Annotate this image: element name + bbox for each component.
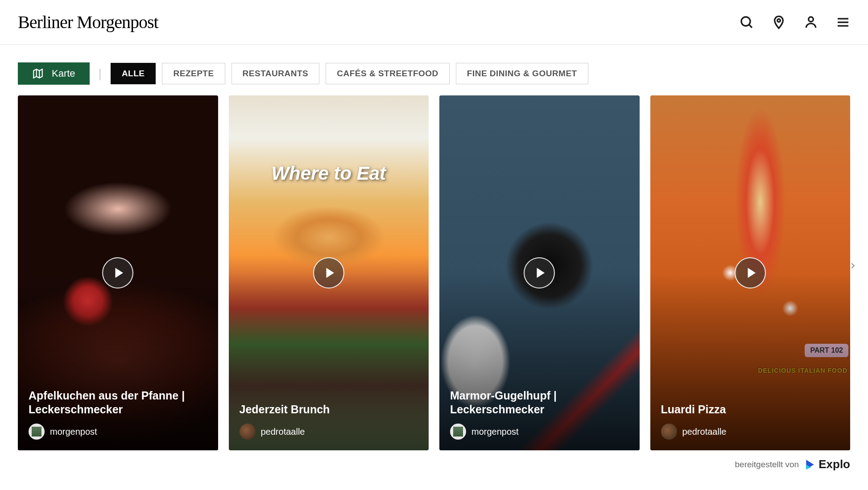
explo-logo-text: Explo bbox=[818, 457, 850, 471]
play-icon bbox=[744, 266, 758, 280]
video-card[interactable]: Apfelkuchen aus der Pfanne | Leckerschme… bbox=[18, 95, 218, 450]
content-area: Karte | ALLEREZEPTERESTAURANTSCAFÉS & ST… bbox=[0, 45, 868, 489]
filter-tab[interactable]: ALLE bbox=[111, 63, 156, 84]
author-avatar bbox=[29, 424, 45, 440]
author-avatar bbox=[450, 424, 466, 440]
author-name: pedrotaalle bbox=[261, 427, 305, 437]
author-name: morgenpost bbox=[50, 427, 97, 437]
filter-tabs: ALLEREZEPTERESTAURANTSCAFÉS & STREETFOOD… bbox=[111, 63, 588, 84]
video-card[interactable]: Marmor-Gugelhupf | Leckerschmeckermorgen… bbox=[439, 95, 640, 450]
video-card[interactable]: Where to EatJederzeit Brunchpedrotaalle bbox=[229, 95, 429, 450]
svg-point-3 bbox=[809, 17, 814, 22]
filter-bar: Karte | ALLEREZEPTERESTAURANTSCAFÉS & ST… bbox=[18, 62, 850, 85]
video-author[interactable]: morgenpost bbox=[450, 424, 629, 440]
filter-tab[interactable]: CAFÉS & STREETFOOD bbox=[326, 63, 450, 84]
video-author[interactable]: pedrotaalle bbox=[661, 424, 840, 440]
map-button[interactable]: Karte bbox=[18, 62, 90, 85]
author-name: pedrotaalle bbox=[682, 427, 727, 437]
filter-tab[interactable]: RESTAURANTS bbox=[231, 63, 320, 84]
site-logo[interactable]: Berliner Morgenpost bbox=[18, 12, 158, 33]
svg-marker-7 bbox=[33, 69, 42, 78]
author-avatar bbox=[240, 424, 256, 440]
video-info: Jederzeit Brunchpedrotaalle bbox=[229, 392, 429, 450]
play-button[interactable] bbox=[102, 257, 133, 288]
site-header: Berliner Morgenpost bbox=[0, 0, 868, 45]
credit-text: bereitgestellt von bbox=[735, 460, 799, 469]
filter-tab[interactable]: REZEPTE bbox=[162, 63, 225, 84]
map-button-label: Karte bbox=[52, 68, 75, 79]
next-arrow-button[interactable] bbox=[847, 259, 859, 272]
location-icon[interactable] bbox=[772, 15, 786, 29]
video-info: Marmor-Gugelhupf | Leckerschmeckermorgen… bbox=[439, 378, 640, 451]
video-title: Apfelkuchen aus der Pfanne | Leckerschme… bbox=[29, 389, 207, 417]
video-info: Apfelkuchen aus der Pfanne | Leckerschme… bbox=[18, 378, 218, 451]
video-title: Luardi Pizza bbox=[661, 403, 840, 416]
play-button[interactable] bbox=[524, 257, 555, 288]
svg-point-2 bbox=[777, 19, 781, 22]
search-icon[interactable] bbox=[740, 15, 754, 29]
map-icon bbox=[32, 68, 44, 79]
play-icon bbox=[533, 266, 547, 280]
video-author[interactable]: morgenpost bbox=[29, 424, 207, 440]
explo-logo[interactable]: Explo bbox=[804, 457, 850, 471]
video-grid: Apfelkuchen aus der Pfanne | Leckerschme… bbox=[18, 95, 850, 450]
play-button[interactable] bbox=[313, 257, 344, 288]
footer-credit: bereitgestellt von Explo bbox=[18, 457, 850, 471]
filter-tab[interactable]: FINE DINING & GOURMET bbox=[456, 63, 588, 84]
header-actions bbox=[740, 15, 850, 29]
video-card[interactable]: PART 102DELICIOUS ITALIAN FOODLuardi Piz… bbox=[650, 95, 851, 450]
video-title: Jederzeit Brunch bbox=[240, 403, 418, 416]
video-author[interactable]: pedrotaalle bbox=[240, 424, 418, 440]
filter-divider: | bbox=[99, 66, 102, 81]
video-info: Luardi Pizzapedrotaalle bbox=[650, 392, 851, 450]
play-icon bbox=[323, 266, 336, 280]
video-title: Marmor-Gugelhupf | Leckerschmecker bbox=[450, 389, 629, 417]
svg-point-0 bbox=[741, 17, 750, 26]
user-icon[interactable] bbox=[804, 15, 818, 29]
svg-line-1 bbox=[749, 25, 752, 28]
menu-icon[interactable] bbox=[836, 15, 850, 29]
explo-play-icon bbox=[804, 459, 816, 470]
author-name: morgenpost bbox=[471, 427, 519, 437]
play-button[interactable] bbox=[735, 257, 766, 288]
author-avatar bbox=[661, 424, 677, 440]
play-icon bbox=[112, 266, 125, 280]
